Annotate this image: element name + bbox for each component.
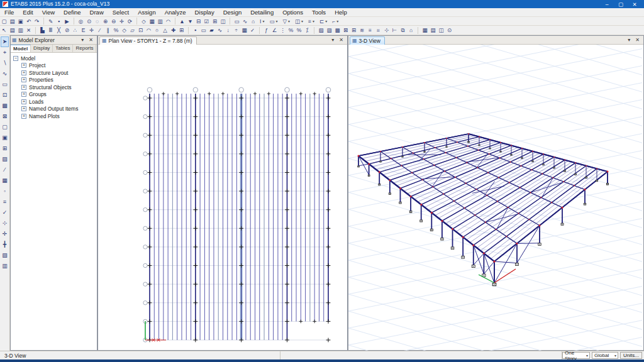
display-units-button[interactable]: ⊞ <box>211 18 219 25</box>
draw-arc-button[interactable]: ◠ <box>145 26 153 34</box>
rotate-3d-view-button[interactable]: ⟳ <box>126 18 134 25</box>
mesh-shells-button[interactable]: ⊞ <box>177 26 186 34</box>
rail-draw-diagonal-button[interactable]: ∕ <box>1 165 9 175</box>
show-tables-button[interactable]: ▦ <box>421 26 429 34</box>
model-explorer-menu-caret[interactable]: ▾ <box>79 37 86 43</box>
draw-column-button[interactable]: ▙ <box>38 26 47 34</box>
expand-icon[interactable]: + <box>21 114 26 119</box>
member-force-button[interactable]: ⌂ <box>249 18 257 25</box>
move-objects-button[interactable]: ✛ <box>87 26 96 34</box>
plan-view-canvas[interactable] <box>98 45 347 350</box>
tree-item[interactable]: + Loads <box>13 98 97 106</box>
rail-draw-line-button[interactable]: ∖ <box>1 58 9 69</box>
view-3d-tab[interactable]: ▦ 3-D View <box>350 36 385 45</box>
plan-view-tab[interactable]: ▦ Plan View - STORY1 - Z = 7.88 (m) <box>99 36 197 45</box>
menu-item[interactable]: Analyze <box>160 8 191 17</box>
menu-item[interactable]: Options <box>278 8 308 17</box>
undeformed-shape-button[interactable]: ▭ <box>233 18 241 25</box>
section-cut-dropdown[interactable]: ⊏▾ <box>318 18 328 25</box>
draw-circle-button[interactable]: ○ <box>153 26 161 34</box>
rail-draw-polyline-button[interactable]: ∿ <box>1 69 9 79</box>
define-combos-button[interactable]: ≋ <box>358 26 366 34</box>
draw-null-button[interactable]: ⊘ <box>63 26 71 34</box>
expand-icon[interactable]: + <box>21 70 26 75</box>
save-model-button[interactable]: ▣ <box>16 18 25 25</box>
restore-full-view-button[interactable]: ⊙ <box>85 18 93 25</box>
assign-frame-load-button[interactable]: ÷ <box>232 26 240 34</box>
pan-button[interactable]: ✛ <box>118 18 126 25</box>
undo-button[interactable]: ↶ <box>25 18 33 25</box>
rail-draw-frame-button[interactable]: ▢ <box>1 122 9 133</box>
delete-button[interactable]: ✕ <box>25 26 33 34</box>
draw-polygon-button[interactable]: △ <box>161 26 169 34</box>
tab-tables[interactable]: Tables <box>53 45 73 52</box>
deformed-shape-button[interactable]: ∿ <box>241 18 249 25</box>
select-intersecting-button[interactable]: % <box>287 26 295 34</box>
define-load-cases-button[interactable]: ⊞ <box>350 26 358 34</box>
rail-move-button[interactable]: ✛ <box>1 229 9 239</box>
maximize-button[interactable]: ▢ <box>614 1 628 8</box>
draw-floor-button[interactable]: ▱ <box>128 26 136 34</box>
menu-item[interactable]: File <box>0 8 18 17</box>
tree-item[interactable]: + Project <box>13 62 97 70</box>
labels-dropdown[interactable]: ⌐▾ <box>331 18 340 25</box>
rail-pointer-select-button[interactable]: ➤ <box>1 36 9 47</box>
units-button[interactable]: Units... <box>620 352 642 359</box>
redo-button[interactable]: ↷ <box>33 18 41 25</box>
assign-frame-button[interactable]: ▭ <box>199 26 208 34</box>
menu-item[interactable]: View <box>38 8 59 17</box>
expand-icon[interactable]: + <box>21 63 26 68</box>
expand-icon[interactable]: + <box>21 85 26 90</box>
rail-draw-region-button[interactable]: ▩ <box>1 101 9 111</box>
plan-view-close-button[interactable]: ✕ <box>336 37 346 43</box>
edit-grids-button[interactable]: ⌗ <box>374 26 382 34</box>
define-sections-button[interactable]: ▨ <box>325 26 333 34</box>
draw-brace-button[interactable]: ╳ <box>55 26 63 34</box>
edit-pencil-button[interactable]: ✎ <box>47 18 55 25</box>
paste-button[interactable]: ▥ <box>16 26 25 34</box>
rail-clear-display-button[interactable]: ⊠ <box>1 111 9 122</box>
menu-item[interactable]: Draw <box>86 8 108 17</box>
quick-draw-brace-button[interactable]: % <box>112 26 120 34</box>
zoom-in-button[interactable]: ⊕ <box>101 18 109 25</box>
rubber-band-zoom-button[interactable]: ◎ <box>77 18 85 25</box>
rail-check-button[interactable]: ✓ <box>1 207 9 218</box>
merge-joints-button[interactable]: ⊹ <box>382 26 391 34</box>
tree-item[interactable]: + Groups <box>13 91 97 99</box>
draw-beam-button[interactable]: Ⅲ <box>47 26 55 34</box>
expand-icon[interactable]: + <box>21 106 26 111</box>
coord-system-dropdown[interactable]: Global▾ <box>592 352 618 359</box>
perspective-toggle-button[interactable]: ◠ <box>164 18 172 25</box>
define-load-patterns-button[interactable]: ⊠ <box>341 26 350 34</box>
tree-item[interactable]: + Named Plots <box>13 112 97 120</box>
draw-wall-button[interactable]: ◇ <box>120 26 128 34</box>
object-shrink-button[interactable]: ⊟ <box>194 18 203 25</box>
display-options-button[interactable]: ☑ <box>203 18 211 25</box>
shell-sections-dropdown[interactable]: ▭▾ <box>268 18 279 25</box>
help-search-button[interactable]: ⊙ <box>445 26 453 34</box>
story-selector-dropdown[interactable]: One Story▾ <box>562 352 590 359</box>
copy-button[interactable]: ▤ <box>8 26 16 34</box>
zoom-out-button[interactable]: ⊖ <box>109 18 118 25</box>
draw-opening-button[interactable]: ⊡ <box>136 26 145 34</box>
plan-view-menu-caret[interactable]: ▾ <box>329 37 336 43</box>
assign-shell-load-button[interactable]: ▦ <box>240 26 248 34</box>
rail-grid-edit-button[interactable]: ╋ <box>1 239 9 250</box>
draw-grid-button[interactable]: E <box>79 26 87 34</box>
new-window-button[interactable]: ◫ <box>219 18 227 25</box>
select-by-shell-button[interactable]: ∠ <box>270 26 279 34</box>
tab-display[interactable]: Display <box>31 45 53 52</box>
run-analysis-button[interactable]: ▶ <box>63 18 71 25</box>
extrude-button[interactable]: ⌂ <box>407 26 415 34</box>
menu-item[interactable]: Detailing <box>246 8 278 17</box>
model-explorer-close-button[interactable]: ✕ <box>86 37 96 43</box>
draw-joint-button[interactable]: ∴ <box>71 26 79 34</box>
minimize-button[interactable]: – <box>600 1 614 8</box>
collapse-icon[interactable]: − <box>13 56 18 61</box>
view-3d-canvas[interactable] <box>348 45 643 350</box>
move-up-story-button[interactable]: ▲ <box>178 18 186 25</box>
deselect-button[interactable]: % <box>295 26 303 34</box>
rail-draw-grid-button[interactable]: ⊞ <box>1 143 9 154</box>
expand-icon[interactable]: + <box>21 92 26 97</box>
expand-icon[interactable]: + <box>21 77 26 82</box>
